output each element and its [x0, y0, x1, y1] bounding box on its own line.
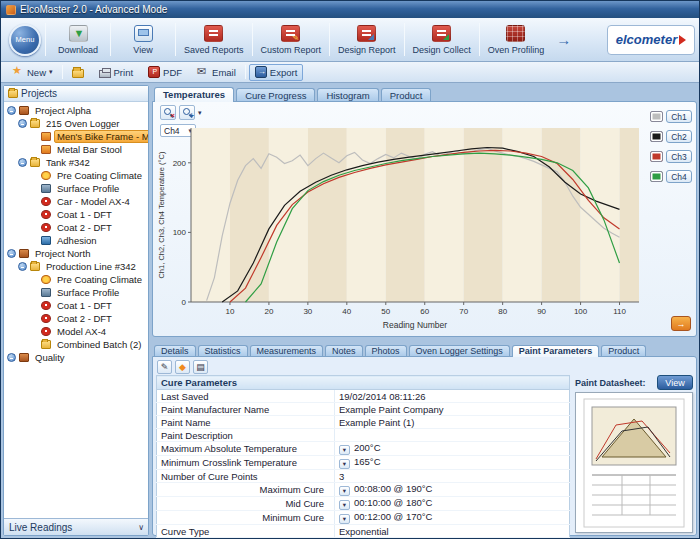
param-row-maximum-absolute-temperature: Maximum Absolute Temperature▾200°C [157, 442, 570, 456]
param-row-paint-manufacturer-name: Paint Manufacturer NameExample Paint Com… [157, 403, 570, 416]
project-tree: Project Alpha215 Oven LoggerMen's Bike F… [4, 102, 148, 518]
expander-icon[interactable] [18, 262, 27, 271]
ribbon-button-custom-report[interactable]: Custom Report [253, 20, 330, 59]
expander-icon[interactable] [18, 158, 27, 167]
tree-item-production-line-342[interactable]: Production Line #342 [4, 260, 148, 273]
email-button[interactable]: Email [191, 64, 242, 81]
param-value-text: 200°C [354, 442, 381, 453]
window-title: ElcoMaster 2.0 - Advanced Mode [20, 4, 167, 15]
toolbar-button-label: PDF [163, 67, 182, 78]
expander-icon[interactable] [7, 353, 16, 362]
tree-item-project-north[interactable]: Project North [4, 247, 148, 260]
tab-temperatures[interactable]: Temperatures [154, 87, 234, 102]
live-readings-bar[interactable]: Live Readings ∨ [4, 518, 148, 535]
ribbon-button-view[interactable]: View [111, 20, 175, 59]
ribbon-button-label: Design Collect [413, 45, 471, 55]
paint-datasheet-panel: Paint Datasheet: View [575, 375, 693, 533]
open-folder-button[interactable] [66, 64, 90, 81]
dropdown-button[interactable]: ▾ [339, 445, 350, 455]
printer-icon [99, 70, 111, 78]
forward-arrow-icon[interactable]: → [552, 20, 575, 59]
legend-swatch-ch4[interactable] [650, 171, 663, 182]
param-label: Curve Type [157, 525, 335, 538]
param-label: Mid Cure [157, 497, 335, 511]
legend-button-ch3[interactable]: Ch3 [666, 150, 692, 163]
tree-item-surface-profile[interactable]: Surface Profile [4, 182, 148, 195]
legend-swatch-ch3[interactable] [650, 151, 663, 162]
menu-button[interactable]: Menu [5, 20, 45, 59]
tree-item-quality[interactable]: Quality [4, 351, 148, 364]
tree-item-surface-profile[interactable]: Surface Profile [4, 286, 148, 299]
tree-item-coat-1-dft[interactable]: Coat 1 - DFT [4, 208, 148, 221]
toolbar-button-label: Export [270, 67, 297, 78]
tab-paint-parameters[interactable]: Paint Parameters [512, 345, 600, 357]
tree-item-label: Coat 1 - DFT [54, 299, 115, 312]
tree-item-label: Coat 1 - DFT [54, 208, 115, 221]
param-value: 19/02/2014 08:11:26 [335, 390, 570, 403]
expander-icon[interactable] [18, 119, 27, 128]
dropdown-button[interactable]: ▾ [339, 459, 350, 469]
export-button[interactable]: Export [249, 64, 303, 81]
folder-icon [30, 262, 40, 271]
zoom-options-caret-icon[interactable]: ▾ [198, 109, 202, 117]
temperature-chart[interactable]: 1020304050607080901001100100200Reading N… [155, 118, 649, 334]
tree-item-metal-bar-stool[interactable]: Metal Bar Stool [4, 143, 148, 156]
cure-parameters-table: Cure Parameters Last Saved19/02/2014 08:… [156, 375, 570, 538]
tab-histogram[interactable]: Histogram [317, 88, 378, 102]
tree-item-pre-coating-climate[interactable]: Pre Coating Climate [4, 273, 148, 286]
dropdown-button[interactable]: ▾ [339, 500, 350, 510]
svg-text:50: 50 [381, 307, 390, 316]
edit-button[interactable]: ✎ [157, 360, 172, 374]
tree-item-215-oven-logger[interactable]: 215 Oven Logger [4, 117, 148, 130]
expander-icon[interactable] [7, 249, 16, 258]
download-icon [69, 25, 88, 42]
tree-item-car-model-ax-4[interactable]: Car - Model AX-4 [4, 195, 148, 208]
dropdown-button[interactable]: ▾ [339, 514, 350, 524]
toolbar-button-label: Print [114, 67, 134, 78]
tree-item-project-alpha[interactable]: Project Alpha [4, 104, 148, 117]
legend-swatch-ch1[interactable] [650, 111, 663, 122]
title-bar[interactable]: ElcoMaster 2.0 - Advanced Mode [1, 1, 699, 18]
ribbon-button-saved-reports[interactable]: Saved Reports [176, 20, 252, 59]
color-button[interactable]: ◆ [175, 360, 190, 374]
new-button[interactable]: New▾ [6, 64, 59, 81]
legend-button-ch1[interactable]: Ch1 [666, 110, 692, 123]
tree-item-label: Coat 2 - DFT [54, 221, 115, 234]
tree-item-pre-coating-climate[interactable]: Pre Coating Climate [4, 169, 148, 182]
svg-text:90: 90 [537, 307, 546, 316]
datasheet-thumbnail[interactable] [575, 392, 693, 533]
tree-item-combined-batch-2[interactable]: Combined Batch (2) [4, 338, 148, 351]
print-button[interactable]: Print [93, 64, 140, 81]
svg-text:60: 60 [420, 307, 429, 316]
view-datasheet-button[interactable]: View [657, 375, 693, 390]
legend-swatch-ch2[interactable] [650, 131, 663, 142]
ribbon-button-download[interactable]: Download [46, 20, 110, 59]
chevron-down-icon[interactable]: ∨ [138, 523, 143, 532]
legend-row-ch1: Ch1 [650, 110, 692, 123]
tree-item-coat-1-dft[interactable]: Coat 1 - DFT [4, 299, 148, 312]
param-value-text: 19/02/2014 08:11:26 [339, 391, 425, 402]
expander-icon[interactable] [7, 106, 16, 115]
ribbon-button-oven-profiling[interactable]: Oven Profiling [480, 20, 553, 59]
tree-item-coat-2-dft[interactable]: Coat 2 - DFT [4, 312, 148, 325]
tab-product[interactable]: Product [381, 88, 432, 102]
param-value: ▾00:12:00 @ 170°C [335, 511, 570, 525]
param-row-minimum-cure: Minimum Cure▾00:12:00 @ 170°C [157, 511, 570, 525]
ribbon-button-design-report[interactable]: Design Report [330, 20, 404, 59]
param-label: Maximum Cure [157, 483, 335, 497]
dropdown-button[interactable]: ▾ [339, 486, 350, 496]
tree-item-adhesion[interactable]: Adhesion [4, 234, 148, 247]
legend-button-ch4[interactable]: Ch4 [666, 170, 692, 183]
tree-item-coat-2-dft[interactable]: Coat 2 - DFT [4, 221, 148, 234]
legend-row-ch2: Ch2 [650, 130, 692, 143]
tree-item-men-s-bike-frame-mscf26[interactable]: Men's Bike Frame - MSCF26 [4, 130, 148, 143]
legend-button-ch2[interactable]: Ch2 [666, 130, 692, 143]
chart-export-button[interactable]: → [671, 316, 691, 331]
tree-item-model-ax-4[interactable]: Model AX-4 [4, 325, 148, 338]
ribbon-button-design-collect[interactable]: Design Collect [405, 20, 479, 59]
datasheet-grid-button[interactable]: ▤ [193, 360, 208, 374]
pdf-button[interactable]: PDF [142, 64, 188, 81]
profile-icon [41, 288, 51, 297]
tree-item-tank-342[interactable]: Tank #342 [4, 156, 148, 169]
tab-cure-progress[interactable]: Cure Progress [236, 88, 315, 102]
